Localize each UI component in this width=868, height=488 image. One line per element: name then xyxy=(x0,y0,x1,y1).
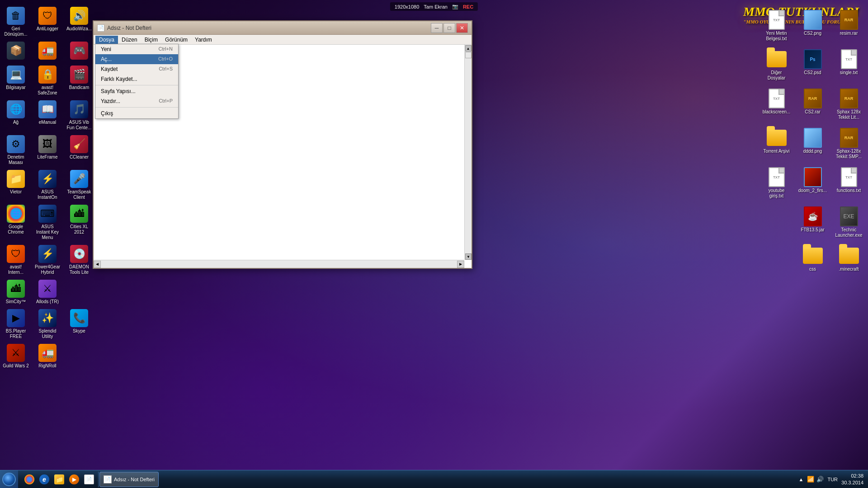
icon-guildwars2[interactable]: ⚔ Guild Wars 2 xyxy=(0,342,32,371)
icon-control-panel[interactable]: ⚙ Denetim Masası xyxy=(0,133,32,168)
menu-item-kaydet-shortcut: Ctrl+S xyxy=(159,66,173,72)
icon-cs2-psd[interactable]: Ps CS2.psd xyxy=(796,46,830,83)
icon-row-3: 💻 Bilgisayar 🔒 avast! SafeZone 🎬 Bandica… xyxy=(0,63,95,98)
menu-item-cikis[interactable]: Çıkış xyxy=(95,108,178,118)
icon-power4gear[interactable]: ⚡ Power4Gear Hybrid xyxy=(32,243,63,277)
emanual-label: eManual xyxy=(39,120,56,125)
icon-asus-key[interactable]: ⌨ ASUS Instant Key Menu xyxy=(32,202,63,243)
menu-item-yeni[interactable]: Yeni Ctrl+N xyxy=(95,44,178,54)
icon-avast-safe[interactable]: 🔒 avast! SafeZone xyxy=(32,63,63,98)
icon-skype[interactable]: 📞 Skype xyxy=(63,307,95,342)
taskbar-media-quick[interactable]: ▶ xyxy=(67,472,81,487)
icon-single-txt[interactable]: TXT single.txt xyxy=(832,46,866,83)
icon-technic[interactable]: EXE Technic Launcher.exe xyxy=(832,203,866,240)
css-folder-label: css xyxy=(809,267,816,272)
icon-allods[interactable]: ⚔ Allods (TR) xyxy=(32,277,63,307)
menu-item-ac[interactable]: Aç... Ctrl+O xyxy=(95,54,178,64)
icon-dddd-png[interactable]: dddd.png xyxy=(796,125,830,162)
taskbar-ie-quick[interactable]: e xyxy=(38,472,51,487)
icon-folder1[interactable]: 📦 xyxy=(0,39,32,63)
tray-expand-icon[interactable]: ▲ xyxy=(799,477,804,482)
icon-torrent[interactable]: Torrent Arşivi xyxy=(760,125,793,162)
icon-vietor[interactable]: 📁 Vietor xyxy=(0,168,32,202)
taskbar-explorer-quick[interactable]: 📁 xyxy=(52,472,66,487)
ftb-jar-icon: ☕ xyxy=(802,206,824,227)
taskbar-notepad-quick[interactable]: 📄 xyxy=(82,472,96,487)
notepad-vertical-scrollbar[interactable]: ▲ ▼ xyxy=(464,45,472,260)
icon-simcity[interactable]: 🏙 SimCity™ xyxy=(0,277,32,307)
icon-daemon[interactable]: 💿 DAEMON Tools Lite xyxy=(63,243,95,277)
menu-gorunum[interactable]: Görünüm xyxy=(161,36,191,44)
menu-item-kaydet-label: Kaydet xyxy=(101,66,118,72)
icon-computer[interactable]: 💻 Bilgisayar xyxy=(0,63,32,98)
icon-chrome[interactable]: 🌐 Google Chrome xyxy=(0,202,32,243)
icon-diger-dosyalar[interactable]: Diğer Dosyalar xyxy=(760,46,793,83)
icon-recycle-bin[interactable]: 🗑 Geri Dönüşüm... xyxy=(0,5,32,39)
icon-resim-rar[interactable]: RAR resim.rar xyxy=(832,7,866,44)
tray-clock[interactable]: 02:38 30.3.2014 xyxy=(841,473,863,486)
icon-ftb-jar[interactable]: ☕ FTB13.5.jar xyxy=(796,203,830,240)
youtube-txt-label: youtube giriş.txt xyxy=(762,188,791,199)
icon-cs2-rar[interactable]: RAR CS2.rar xyxy=(796,85,830,122)
icon-sphax-rar1[interactable]: RAR Sphax 128x Tekkit Lit... xyxy=(832,85,866,122)
icon-doom-png[interactable]: doom_2_firs... xyxy=(796,164,830,201)
icon-splendid[interactable]: ✨ Splendid Utility xyxy=(32,307,63,342)
menu-duzen[interactable]: Düzen xyxy=(118,36,141,44)
taskbar-explorer-icon: 📁 xyxy=(54,474,64,484)
menu-bicim[interactable]: Biçim xyxy=(141,36,161,44)
icon-yeni-metin[interactable]: TXT Yeni Metin Belgesi.txt xyxy=(760,7,793,44)
icon-emanual[interactable]: 📖 eManual xyxy=(32,98,63,133)
icon-teamspeak[interactable]: 🎤 TeamSpeak Client xyxy=(63,168,95,202)
blackscreen-label: blackscreen... xyxy=(763,109,791,115)
ccleaner-icon: 🧹 xyxy=(70,135,88,153)
cities-label: Cities XL 2012 xyxy=(66,224,93,235)
icon-blackscreen[interactable]: TXT blackscreen... xyxy=(760,85,793,122)
taskbar-chrome-quick[interactable] xyxy=(23,472,36,487)
icon-avast-internet[interactable]: 🛡 avast! Intern... xyxy=(0,243,32,277)
icon-minecraft[interactable]: .minecraft xyxy=(832,243,866,274)
tray-volume-icon[interactable]: 🔊 xyxy=(816,476,824,483)
icon-liteframe[interactable]: 🖼 LiteFrame xyxy=(32,133,63,168)
menu-item-kaydet[interactable]: Kaydet Ctrl+S xyxy=(95,64,178,74)
notepad-title: Adsız - Not Defteri xyxy=(107,25,431,31)
icon-audiowiz[interactable]: 🔊 AudioWiza... xyxy=(63,5,95,39)
icon-youtube-txt[interactable]: TXT youtube giriş.txt xyxy=(760,164,793,201)
icon-rignroll[interactable]: 🚛 RigNRoll xyxy=(32,342,63,371)
menu-item-sayfa[interactable]: Sayfa Yapısı... xyxy=(95,86,178,96)
icon-asus-vibfun[interactable]: 🎵 ASUS Vib Fun Cente... xyxy=(63,98,95,133)
icon-cs2-png[interactable]: CS2.png xyxy=(796,7,830,44)
taskbar-notepad-active[interactable]: 📄 Adsız - Not Defteri xyxy=(99,472,159,487)
icon-css-folder[interactable]: css xyxy=(796,243,830,274)
scroll-right-arrow[interactable]: ▶ xyxy=(457,261,464,268)
single-txt-label: single.txt xyxy=(840,70,858,75)
menu-item-farkli[interactable]: Farklı Kaydet... xyxy=(95,74,178,84)
notepad-maximize-button[interactable]: □ xyxy=(443,23,455,33)
icon-game1[interactable]: 🎮 xyxy=(63,39,95,63)
minecraft-icon xyxy=(838,245,860,267)
allods-label: Allods (TR) xyxy=(36,299,59,305)
start-button[interactable] xyxy=(0,470,18,488)
icon-ccleaner[interactable]: 🧹 CCleaner xyxy=(63,133,95,168)
icon-cities[interactable]: 🏙 Cities XL 2012 xyxy=(63,202,95,243)
game1-icon: 🎮 xyxy=(70,42,88,60)
icon-asus-instant[interactable]: ⚡ ASUS InstantOn xyxy=(32,168,63,202)
menu-item-yazdir[interactable]: Yazdır... Ctrl+P xyxy=(95,96,178,106)
icon-truck[interactable]: 🚛 xyxy=(32,39,63,63)
icon-bsplayer[interactable]: ▶ BS.Player FREE xyxy=(0,307,32,342)
dddd-png-icon xyxy=(802,127,824,149)
notepad-horizontal-scrollbar[interactable]: ◀ ▶ xyxy=(94,260,464,268)
minecraft-label: .minecraft xyxy=(839,267,859,272)
teamspeak-icon: 🎤 xyxy=(70,170,88,188)
icon-antilogger[interactable]: 🛡 AntiLogger xyxy=(32,5,63,39)
notepad-minimize-button[interactable]: ─ xyxy=(431,23,443,33)
icon-sphax-rar2[interactable]: RAR Sphax-128x Tekkit SMP... xyxy=(832,125,866,162)
icon-bandicam[interactable]: 🎬 Bandicam xyxy=(63,63,95,98)
menu-yardim[interactable]: Yardım xyxy=(191,36,216,44)
notepad-close-button[interactable]: ✕ xyxy=(456,23,468,33)
icon-network[interactable]: 🌐 Ağ xyxy=(0,98,32,133)
icon-functions-txt[interactable]: TXT functions.txt xyxy=(832,164,866,201)
screen-info-bar: 868x488 Tam Ekran 📷 REC xyxy=(390,2,478,11)
menu-dosya[interactable]: Dosya xyxy=(95,36,118,44)
scroll-left-arrow[interactable]: ◀ xyxy=(94,261,101,268)
network-icon: 🌐 xyxy=(7,100,25,118)
